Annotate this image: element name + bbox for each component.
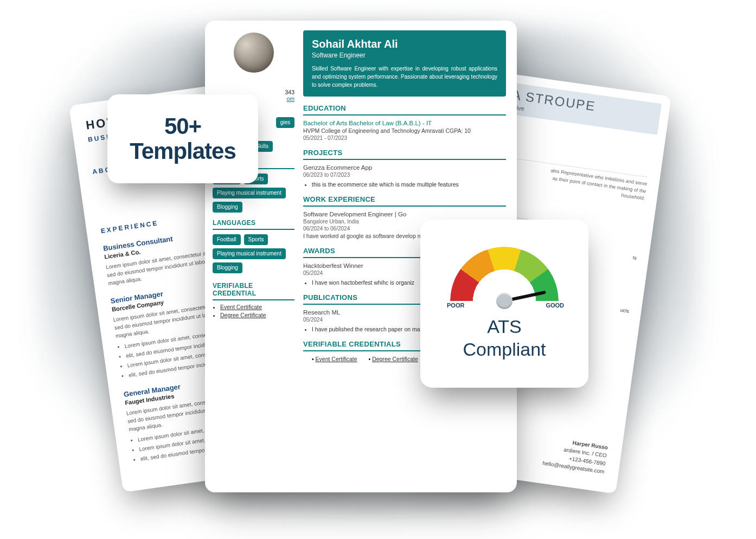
chip: Blogging [213, 202, 242, 213]
chip: Playing musical instrument [213, 188, 286, 198]
ats-caption: ATS Compliant [463, 315, 546, 361]
composition-stage: HOWARD ONG BUSINESS CONSULTANT ABOUT EXP… [0, 0, 756, 539]
templates-line1: 50+ [164, 114, 201, 139]
hero-summary: Skilled Software Engineer with expertise… [312, 65, 497, 89]
languages-chips: Football Sports Playing musical instrume… [213, 234, 294, 273]
section-work: WORK EXPERIENCE [303, 195, 506, 207]
ats-gauge: POOR GOOD [450, 247, 559, 306]
edu-school: HVPM College of Engineering and Technolo… [303, 127, 506, 134]
avatar [234, 33, 274, 73]
hero-role: Software Engineer [312, 52, 497, 59]
gauge-hub [496, 293, 512, 309]
vc-link[interactable]: Event Certificate [220, 304, 294, 310]
badge-ats-compliant: POOR GOOD ATS Compliant [420, 220, 588, 388]
work-title: Software Development Engineer | Go [303, 211, 506, 217]
vc-link[interactable]: Degree Certificate [220, 312, 294, 318]
chip: Blogging [213, 262, 242, 273]
chip: Playing musical instrument [213, 248, 286, 259]
section-verifiable-left: VERIFIABLE CREDENTIAL [213, 282, 294, 300]
chip: Sports [244, 234, 268, 245]
hero-block: Sohail Akhtar Ali Software Engineer Skil… [303, 30, 506, 97]
gauge-label-poor: POOR [447, 302, 464, 309]
edu-dates: 05/2021 - 07/2023 [303, 135, 506, 141]
vc-link[interactable]: Degree Certificate [372, 356, 418, 362]
proj-title: Genzza Ecommerce App [303, 164, 506, 171]
templates-line2: Templates [130, 139, 236, 164]
chip: gies [276, 117, 294, 128]
gauge-label-good: GOOD [546, 302, 564, 309]
vc-list-left: Event Certificate Degree Certificate [220, 304, 294, 318]
proj-dates: 06/2023 to 07/2023 [303, 172, 506, 178]
hero-name: Sohail Akhtar Ali [312, 38, 497, 50]
section-education: EDUCATION [303, 104, 506, 116]
section-projects: PROJECTS [303, 149, 506, 160]
chip: Football [213, 234, 241, 245]
center-left-column: 343 om gies Graphic Design Skills INTERE… [205, 21, 300, 492]
edu-degree: Bachelor of Arts Bachelor of Law (B.A.B.… [303, 120, 506, 126]
proj-bullets: this is the ecommerce site which is made… [312, 181, 506, 188]
section-languages: LANGUAGES [213, 219, 294, 230]
right-reference-block: Harper Russo ardiere Inc. / CEO +123-456… [542, 435, 608, 476]
badge-templates-count: 50+ Templates [107, 94, 258, 183]
vc-link[interactable]: Event Certificate [316, 356, 357, 362]
